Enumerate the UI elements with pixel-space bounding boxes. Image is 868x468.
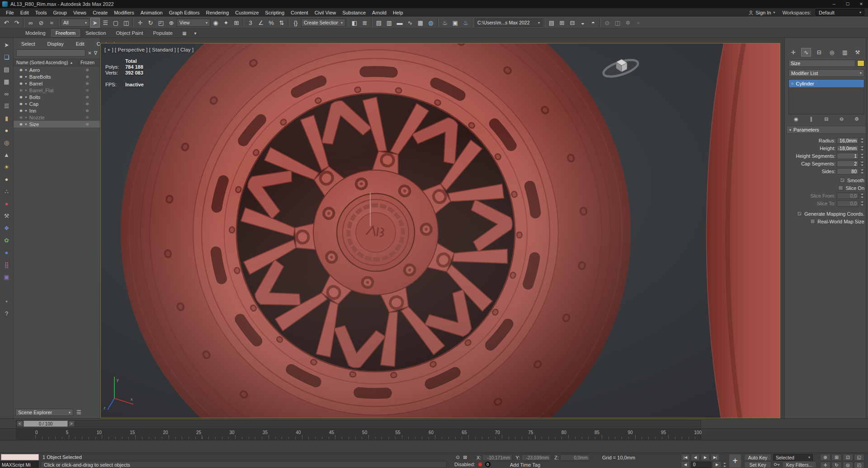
track-bar[interactable]: 0510152025303540455055606570758085909510… — [0, 428, 868, 440]
coordinate-field[interactable]: -23,039mm — [521, 454, 551, 461]
rectangular-selection-region-icon[interactable]: ▢ — [111, 18, 121, 28]
isolate-selection-toggle-icon[interactable]: ⊙ — [456, 454, 460, 460]
select-and-place-icon[interactable]: ⊕ — [166, 18, 176, 28]
track-bar-ruler[interactable]: 0510152025303540455055606570758085909510… — [16, 429, 701, 440]
go-to-start-button[interactable]: |◀ — [681, 454, 690, 461]
unlink-selection-icon[interactable]: ⊘ — [36, 18, 46, 28]
box-primitive-icon[interactable]: ▮ — [1, 112, 13, 124]
maximize-viewport-toggle-icon[interactable]: ◰ — [854, 462, 864, 468]
make-unique-icon[interactable]: ⊟ — [822, 116, 830, 122]
menu-item[interactable]: Customize — [232, 10, 262, 15]
reference-coordinate-dropdown[interactable]: View▾ — [177, 19, 210, 27]
clear-search-icon[interactable]: ✕ — [88, 51, 91, 56]
list-tool-icon[interactable]: ☰ — [1, 100, 13, 112]
schematic-view-icon[interactable]: ▦ — [415, 18, 425, 28]
minimize-button[interactable]: ─ — [827, 0, 841, 8]
rendered-frame-window-icon[interactable]: ▣ — [450, 18, 460, 28]
scene-object-row[interactable]: ◉ ● Aero ✲ — [14, 66, 100, 73]
material-editor-icon[interactable]: ◍ — [426, 18, 436, 28]
modifier-bulb-icon[interactable]: ○ — [791, 81, 793, 86]
parameter-value-field[interactable]: 0,0 — [837, 200, 859, 207]
checkbox-row[interactable]: ✓ Generate Mapping Coords. — [785, 210, 868, 217]
ribbon-tab[interactable]: Freeform — [51, 29, 80, 37]
set-key-button[interactable]: Set Key — [744, 461, 771, 468]
menu-item[interactable]: Views — [70, 10, 90, 15]
visibility-eye-icon[interactable]: ◉ — [19, 88, 23, 92]
checkbox-row[interactable]: ✓ Smooth — [785, 176, 868, 184]
container-box-icon[interactable]: ▪ — [1, 295, 13, 307]
ribbon-tab[interactable]: Modeling — [21, 29, 50, 37]
titlebar[interactable]: AL13_R80_Rim.max - Autodesk 3ds Max 2022… — [0, 0, 868, 8]
coordinate-field[interactable]: -10,171mm — [482, 454, 512, 461]
visibility-eye-icon[interactable]: ◉ — [19, 81, 23, 85]
key-icon[interactable] — [774, 462, 780, 468]
scene-object-row[interactable]: ◉ ● Size ✲ — [14, 121, 100, 128]
geosphere-icon[interactable]: ● — [1, 173, 13, 185]
value-spinner[interactable]: ▲▼ — [860, 153, 864, 159]
selection-filter-dropdown[interactable]: All▾ — [61, 19, 90, 27]
menu-item[interactable]: Create — [90, 10, 111, 15]
purple-panel-icon[interactable]: ▣ — [1, 271, 13, 283]
maxscript-mini-listener[interactable] — [1, 454, 39, 460]
zoom-region-icon[interactable]: ◱ — [854, 454, 864, 461]
menu-item[interactable]: Tools — [32, 10, 50, 15]
tools-icon[interactable]: ⚒ — [1, 210, 13, 222]
value-spinner[interactable]: ▲▼ — [860, 161, 864, 166]
menu-item[interactable]: Rendering — [203, 10, 232, 15]
checkbox[interactable]: ✓ — [810, 219, 815, 224]
parameter-value-field[interactable]: 1 — [837, 153, 859, 159]
auto-key-button[interactable]: Auto Key — [744, 454, 771, 461]
menu-item[interactable]: Group — [50, 10, 70, 15]
frozen-toggle-icon[interactable]: ✲ — [85, 95, 89, 99]
modifier-stack-row[interactable]: ○ Cylinder — [789, 80, 864, 87]
angle-snap-icon[interactable]: ∠ — [256, 18, 266, 28]
menu-item[interactable]: Display — [44, 41, 67, 47]
spinner-snap-icon[interactable]: ⇅ — [277, 18, 287, 28]
material-sphere-icon[interactable]: ● — [1, 198, 13, 210]
keyboard-shortcut-override-icon[interactable]: ⊞ — [231, 18, 241, 28]
command-panel-scrollbar[interactable] — [866, 38, 868, 418]
percent-snap-icon[interactable]: % — [266, 18, 276, 28]
scene-explorer-selector[interactable]: Scene Explorer ▾ — [15, 409, 73, 416]
ribbon-config-caret-icon[interactable]: ▾ — [191, 29, 200, 37]
edit-named-selection-sets-icon[interactable]: {} — [291, 18, 301, 28]
previous-frame-button[interactable]: ◀ — [691, 454, 700, 461]
frame-spinner[interactable]: ▲▼ — [722, 462, 727, 468]
pan-icon[interactable]: ✛ — [820, 462, 830, 468]
select-and-move-icon[interactable]: ✛ — [135, 18, 145, 28]
viewport-canvas[interactable]: y x z — [101, 43, 780, 418]
checkbox[interactable]: ✓ — [838, 185, 843, 190]
previous-frame-step-button[interactable]: < — [17, 421, 23, 427]
select-and-manipulate-icon[interactable]: ✦ — [221, 18, 231, 28]
inherit-container-icon[interactable]: ⊟ — [567, 18, 577, 28]
close-button[interactable]: ✕ — [854, 0, 868, 8]
menu-item[interactable]: Arnold — [369, 10, 390, 15]
use-pivot-center-icon[interactable]: ◉ — [211, 18, 221, 28]
name-column-header[interactable]: Name (Sorted Ascending) — [16, 60, 68, 65]
frame-forward-button[interactable]: ▶ — [712, 461, 722, 468]
select-and-link-icon[interactable]: ∞ — [26, 18, 36, 28]
modify-tab-icon[interactable]: ∿ — [801, 48, 811, 57]
select-and-scale-icon[interactable]: ◰ — [156, 18, 166, 28]
layers-stack-icon[interactable]: ☰ — [76, 409, 81, 416]
selection-lock-toggle-icon[interactable]: ⊠ — [463, 454, 467, 460]
utilities-tab-icon[interactable]: ⚒ — [853, 48, 863, 57]
select-object-icon[interactable]: ➤ — [90, 18, 100, 28]
frame-back-button[interactable]: ◀ — [681, 461, 690, 468]
menu-item[interactable]: Scripting — [262, 10, 288, 15]
orbit-icon[interactable]: ↻ — [831, 462, 842, 468]
play-button[interactable]: ▶ — [701, 454, 710, 461]
checkbox[interactable]: ✓ — [840, 178, 845, 183]
workspace-dropdown[interactable]: Default ▾ — [816, 9, 864, 16]
ribbon-tab[interactable]: Selection — [81, 29, 110, 37]
window-tool-icon[interactable]: ❏ — [1, 51, 13, 63]
time-slider-track[interactable] — [16, 420, 701, 427]
scene-object-row[interactable]: ◉ ● Bolts ✲ — [14, 94, 100, 100]
align-icon[interactable]: ≣ — [360, 18, 370, 28]
value-spinner[interactable]: ▲▼ — [860, 200, 864, 206]
project-folder-field[interactable]: C:\Users\m...s Max 2022▾ — [475, 19, 542, 27]
frozen-toggle-icon[interactable]: ✲ — [85, 81, 89, 86]
select-and-rotate-icon[interactable]: ↻ — [146, 18, 156, 28]
menu-item[interactable]: File — [3, 10, 17, 15]
create-container-icon[interactable]: ⊞ — [557, 18, 567, 28]
